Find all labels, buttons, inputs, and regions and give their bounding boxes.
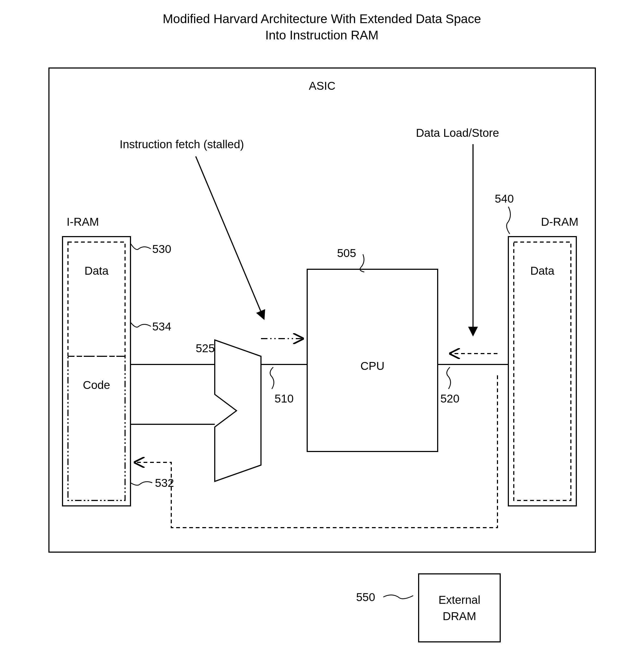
ifetch-pointer [196, 156, 264, 318]
dram-data-region [514, 242, 571, 501]
ref-534: 534 [152, 320, 171, 333]
dataload-label: Data Load/Store [416, 127, 499, 139]
leader-510 [270, 367, 274, 389]
leader-540 [507, 207, 510, 234]
diagram: Modified Harvard Architecture With Exten… [0, 0, 644, 662]
external-label2: DRAM [442, 610, 476, 622]
leader-534 [131, 322, 151, 327]
external-label1: External [438, 593, 480, 606]
iram-data-label: Data [85, 264, 109, 277]
cpu-label: CPU [361, 359, 385, 372]
ref-505: 505 [337, 247, 356, 260]
ref-540: 540 [495, 192, 514, 205]
iram-code-label: Code [83, 379, 110, 391]
ref-530: 530 [152, 243, 171, 256]
external-dram-box [419, 574, 500, 642]
title-line2: Into Instruction RAM [265, 28, 379, 42]
ref-520: 520 [440, 392, 459, 405]
ref-525: 525 [196, 342, 215, 355]
iram-data-region [68, 242, 125, 356]
iram-label: I-RAM [67, 215, 99, 228]
leader-532 [131, 482, 152, 485]
mux [215, 340, 261, 481]
title-line1: Modified Harvard Architecture With Exten… [163, 12, 481, 26]
ref-510: 510 [275, 392, 294, 405]
ref-532: 532 [155, 477, 174, 489]
leader-520 [447, 367, 451, 389]
leader-530 [131, 243, 151, 250]
ifetch-label: Instruction fetch (stalled) [120, 138, 244, 151]
asic-label: ASIC [309, 80, 336, 92]
iram-code-region [68, 356, 125, 501]
ref-550: 550 [356, 591, 375, 603]
leader-550 [383, 595, 413, 599]
dram-label: D-RAM [541, 215, 578, 228]
dram-data-label: Data [530, 264, 555, 277]
